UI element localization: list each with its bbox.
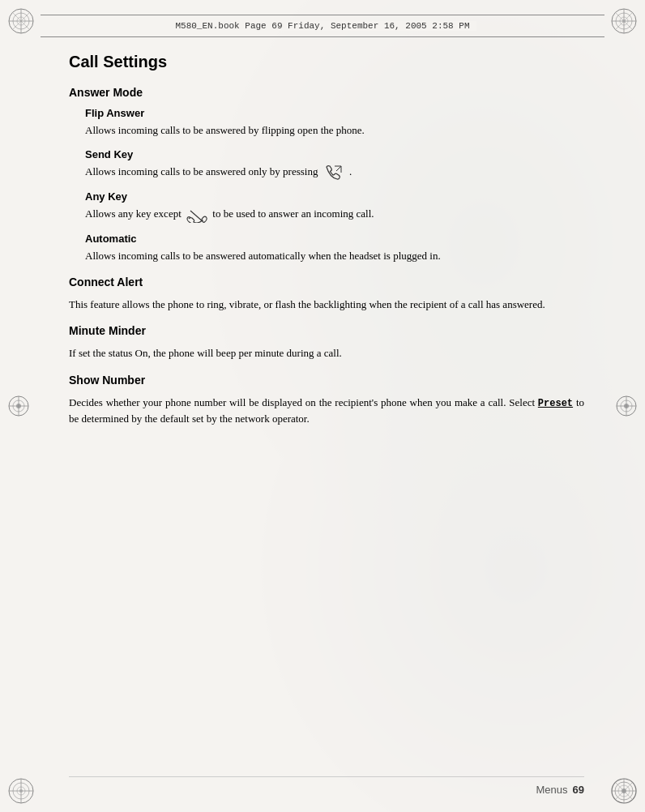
send-key-icon [323, 165, 344, 181]
minute-minder-body: If set the status On, the phone will bee… [69, 345, 584, 361]
answer-mode-heading: Answer Mode [69, 86, 584, 99]
any-key-body: Allows any key except to be used to answ… [85, 206, 584, 223]
automatic-heading: Automatic [85, 233, 584, 245]
minute-minder-heading: Minute Minder [69, 324, 584, 337]
show-number-text-pre: Decides whether your phone number will b… [69, 396, 535, 408]
flip-answer-heading: Flip Answer [85, 107, 584, 119]
end-key-icon [186, 207, 207, 223]
any-key-text-post: to be used to answer an incoming call. [212, 207, 374, 220]
footer: Menus 69 [69, 776, 584, 796]
subsection-flip-answer: Flip Answer Allows incoming calls to be … [69, 107, 584, 139]
section-show-number: Show Number Decides whether your phone n… [69, 374, 584, 428]
send-key-text-pre: Allows incoming calls to be answered onl… [85, 165, 318, 177]
subsection-any-key: Any Key Allows any key except to be used… [69, 190, 584, 223]
corner-decoration-br [609, 776, 639, 806]
show-number-body: Decides whether your phone number will b… [69, 395, 584, 428]
automatic-body: Allows incoming calls to be answered aut… [85, 248, 584, 264]
send-key-body: Allows incoming calls to be answered onl… [85, 164, 584, 181]
section-connect-alert: Connect Alert This feature allows the ph… [69, 276, 584, 313]
mid-left-decoration [6, 394, 31, 418]
header-text: M580_EN.book Page 69 Friday, September 1… [169, 21, 476, 31]
mid-right-decoration [614, 394, 639, 418]
send-key-text-post: . [349, 165, 352, 177]
subsection-automatic: Automatic Allows incoming calls to be an… [69, 233, 584, 264]
any-key-heading: Any Key [85, 190, 584, 203]
corner-decoration-bl [6, 776, 36, 806]
corner-decoration-tr [609, 6, 639, 36]
svg-point-20 [19, 789, 23, 793]
flip-answer-body: Allows incoming calls to be answered by … [85, 122, 584, 139]
svg-point-14 [622, 19, 626, 23]
subsection-send-key: Send Key Allows incoming calls to be ans… [69, 148, 584, 181]
corner-decoration-tl [6, 6, 36, 36]
send-key-heading: Send Key [85, 148, 584, 160]
page-title: Call Settings [69, 53, 584, 71]
footer-label: Menus [536, 784, 568, 796]
section-answer-mode: Answer Mode Flip Answer Allows incoming … [69, 86, 584, 264]
main-content: Call Settings Answer Mode Flip Answer Al… [69, 53, 584, 763]
page: M580_EN.book Page 69 Friday, September 1… [0, 0, 645, 812]
connect-alert-body: This feature allows the phone to ring, v… [69, 297, 584, 313]
footer-page-number: 69 [573, 784, 584, 796]
section-minute-minder: Minute Minder If set the status On, the … [69, 324, 584, 361]
header-bar: M580_EN.book Page 69 Friday, September 1… [41, 15, 604, 37]
connect-alert-heading: Connect Alert [69, 276, 584, 288]
any-key-text-pre: Allows any key except [85, 207, 182, 220]
show-number-heading: Show Number [69, 374, 584, 387]
svg-line-41 [190, 211, 203, 222]
preset-keyword: Preset [538, 398, 573, 409]
